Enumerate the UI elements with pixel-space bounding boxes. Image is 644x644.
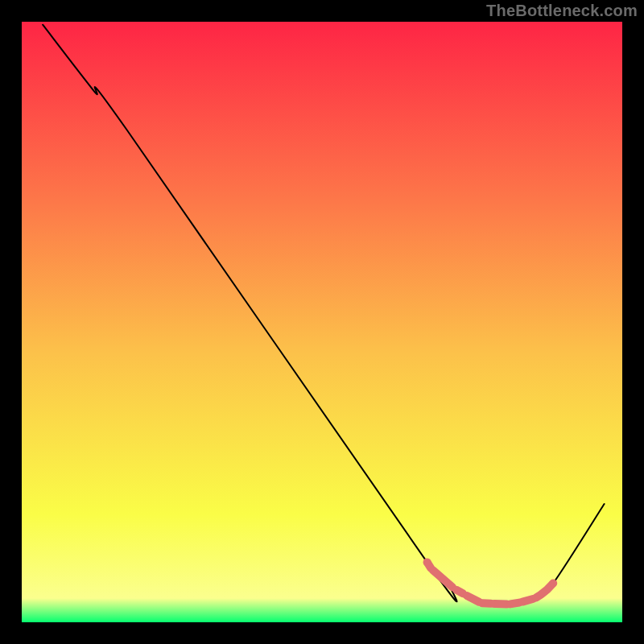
plot-background	[22, 22, 622, 622]
optimal-band-segment	[456, 590, 463, 594]
optimal-band-segment	[494, 604, 507, 605]
chart-svg	[0, 0, 644, 644]
optimal-band-segment	[522, 599, 533, 602]
optimal-band-end-dot	[423, 558, 431, 566]
watermark-text: TheBottleneck.com	[486, 2, 638, 20]
chart-root: TheBottleneck.com	[0, 0, 644, 644]
optimal-band-segment	[510, 603, 519, 605]
optimal-band-end-dot	[549, 580, 557, 588]
optimal-band-segment	[482, 603, 491, 604]
optimal-band-segment	[467, 596, 479, 602]
